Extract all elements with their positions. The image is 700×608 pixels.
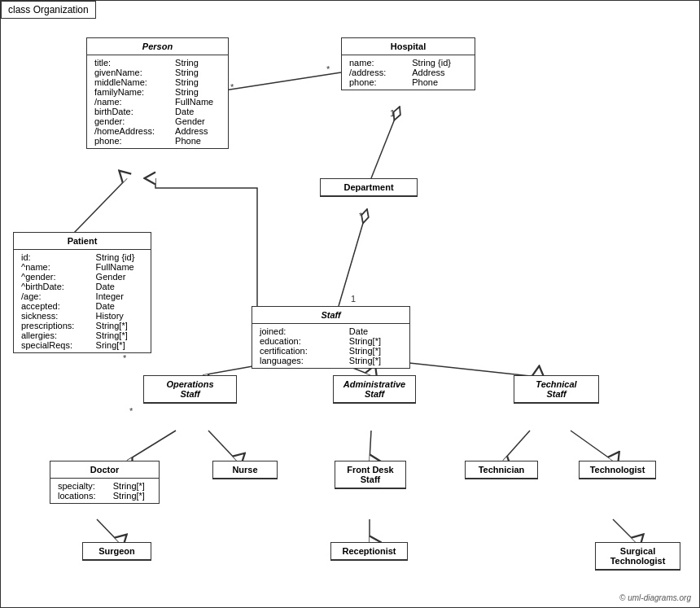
receptionist-header: Receptionist <box>331 543 407 560</box>
mult-person-hospital: * <box>230 82 234 92</box>
department-class: Department <box>320 178 418 197</box>
patient-class: Patient id:String {id} ^name:FullName ^g… <box>13 232 151 353</box>
patient-body: id:String {id} ^name:FullName ^gender:Ge… <box>14 250 151 352</box>
svg-line-14 <box>225 72 341 90</box>
front-desk-staff-class: Front DeskStaff <box>335 461 406 489</box>
patient-header: Patient <box>14 233 151 250</box>
nurse-class: Nurse <box>212 461 278 479</box>
svg-line-6 <box>127 431 176 461</box>
hospital-body: name:String {id} /address:Address phone:… <box>342 55 475 90</box>
svg-line-0 <box>74 178 127 233</box>
staff-class: Staff joined:Date education:String[*] ce… <box>252 306 410 369</box>
administrative-staff-header: AdministrativeStaff <box>334 376 415 403</box>
mult-patient-star: * <box>123 353 126 363</box>
diagram-container: class Organization <box>0 0 700 608</box>
svg-line-9 <box>503 431 530 461</box>
doctor-class: Doctor specialty:String[*] locations:Str… <box>50 461 160 504</box>
surgical-technologist-header: SurgicalTechnologist <box>596 543 680 570</box>
doctor-header: Doctor <box>50 461 159 479</box>
operations-staff-class: OperationsStaff <box>143 375 237 404</box>
svg-line-11 <box>97 519 119 542</box>
diagram-title: class Organization <box>1 1 96 19</box>
staff-header: Staff <box>252 307 409 324</box>
mult-ops-star: * <box>129 406 133 416</box>
svg-line-8 <box>370 431 371 461</box>
technician-header: Technician <box>466 461 537 479</box>
technical-staff-class: TechnicalStaff <box>514 375 599 404</box>
receptionist-class: Receptionist <box>330 542 408 561</box>
technologist-header: Technologist <box>580 461 655 479</box>
svg-line-10 <box>571 431 613 461</box>
mult-hospital-dept: 1 <box>390 108 395 118</box>
copyright: © uml-diagrams.org <box>619 593 691 602</box>
person-class: Person title:String givenName:String mid… <box>86 37 229 149</box>
department-header: Department <box>321 179 417 196</box>
mult-hospital-left: * <box>326 64 330 74</box>
person-header: Person <box>87 38 228 55</box>
mult-dept-star: * <box>359 211 362 221</box>
svg-line-2 <box>339 209 367 306</box>
surgeon-class: Surgeon <box>82 542 151 561</box>
technologist-class: Technologist <box>579 461 656 479</box>
hospital-header: Hospital <box>342 38 475 55</box>
person-body: title:String givenName:String middleName… <box>87 55 228 148</box>
staff-body: joined:Date education:String[*] certific… <box>252 324 409 368</box>
nurse-header: Nurse <box>213 461 277 479</box>
hospital-class: Hospital name:String {id} /address:Addre… <box>341 37 475 90</box>
svg-line-1 <box>371 107 400 178</box>
svg-line-7 <box>208 431 237 461</box>
surgeon-header: Surgeon <box>83 543 151 560</box>
surgical-technologist-class: SurgicalTechnologist <box>595 542 680 571</box>
administrative-staff-class: AdministrativeStaff <box>333 375 416 404</box>
doctor-body: specialty:String[*] locations:String[*] <box>50 479 159 503</box>
technician-class: Technician <box>465 461 538 479</box>
mult-dept-staff: 1 <box>351 294 356 304</box>
technical-staff-header: TechnicalStaff <box>514 376 598 403</box>
svg-line-13 <box>613 519 636 542</box>
operations-staff-header: OperationsStaff <box>144 376 236 403</box>
front-desk-staff-header: Front DeskStaff <box>335 461 405 488</box>
